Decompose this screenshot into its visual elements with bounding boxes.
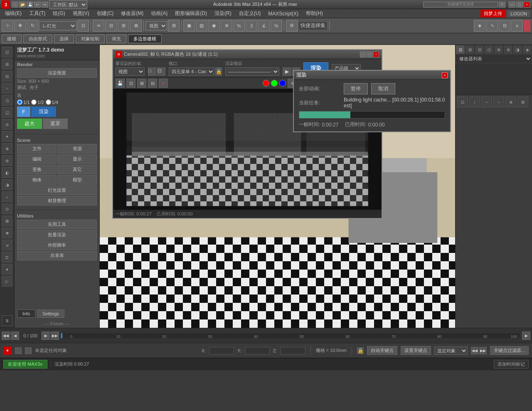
rp-icon-4[interactable]: →: [493, 97, 504, 107]
menu-group[interactable]: 组(G): [49, 9, 68, 18]
preset-load-btn[interactable]: ▶: [283, 67, 291, 76]
menu-graph-editor[interactable]: 图形编辑器(D): [172, 9, 210, 18]
forum-link[interactable]: --- Forum ---: [15, 319, 99, 328]
transport-next[interactable]: ▶: [42, 332, 50, 340]
tb-undo[interactable]: ↩: [34, 2, 41, 7]
edit-btn[interactable]: 编辑: [17, 154, 57, 164]
left-tool-14[interactable]: ⊙: [2, 203, 12, 214]
left-tool-18[interactable]: ⊏: [2, 252, 12, 262]
rp-icon-2[interactable]: ↕: [469, 97, 480, 107]
select-btn[interactable]: ⊹: [2, 20, 13, 32]
play-btn[interactable]: ▶: [522, 332, 530, 340]
radio-1-4[interactable]: 1/4: [46, 99, 58, 105]
rt2-pin[interactable]: ⊞: [137, 79, 146, 88]
share-library-btn[interactable]: 共享库: [17, 251, 97, 260]
rt2-delete[interactable]: ×: [159, 79, 168, 88]
left-tool-7[interactable]: ⊘: [2, 119, 12, 130]
y-input[interactable]: [245, 347, 270, 354]
left-tool-16[interactable]: ❖: [2, 228, 12, 238]
left-tool-11[interactable]: ◐: [2, 167, 12, 178]
left-tool-3[interactable]: ⊟: [2, 71, 12, 82]
rp-icon-1[interactable]: ⊡: [457, 97, 468, 107]
tb-save[interactable]: 💾: [27, 2, 33, 7]
rp-icon-6[interactable]: ⊞: [517, 97, 528, 107]
render-frame-close[interactable]: ×: [373, 52, 379, 57]
transform-btn[interactable]: 变换: [17, 165, 57, 174]
menu-maxscript[interactable]: MAXScript(X): [265, 10, 302, 17]
view-selector[interactable]: 视图: [145, 21, 167, 30]
tab-poly-modeling[interactable]: 多边形建模: [128, 35, 162, 43]
material-organize-btn[interactable]: 材质整理: [17, 196, 97, 206]
tb-open[interactable]: 📂: [19, 2, 26, 7]
layer-btn[interactable]: ⊟: [499, 20, 510, 32]
x-input[interactable]: [209, 347, 234, 354]
left-tool-6[interactable]: ◱: [2, 107, 12, 118]
select-object-dropdown[interactable]: 选定对象: [434, 347, 468, 355]
left-tool-5[interactable]: ◷: [2, 95, 12, 106]
left-tool-4[interactable]: ○: [2, 83, 12, 94]
menu-animation[interactable]: 动画(A): [148, 9, 171, 18]
info-tab-btn[interactable]: Info: [17, 309, 35, 318]
help-btn[interactable]: ?: [499, 2, 505, 7]
set-key-btn[interactable]: 设置关键点: [401, 346, 431, 355]
rp-tab-2[interactable]: ⊞: [465, 45, 475, 54]
transport-prev[interactable]: ◀: [11, 332, 19, 340]
selection-set[interactable]: ⊡: [77, 20, 89, 32]
tab-freeform[interactable]: 自由形式: [23, 35, 52, 43]
left-tool-8[interactable]: ✦: [2, 131, 12, 142]
rt2-clear[interactable]: ⊟: [148, 79, 157, 88]
material-btn[interactable]: ◈: [474, 20, 485, 32]
status-icon1[interactable]: [15, 347, 22, 354]
transport-prev-frame[interactable]: ◀◀: [2, 332, 10, 340]
tab-paint[interactable]: 对象绘制: [76, 35, 105, 43]
radio-1-2[interactable]: 1/2: [31, 99, 44, 105]
curve-btn[interactable]: ∿: [486, 20, 498, 32]
workspace-selector[interactable]: 工作区: 默认: [49, 0, 87, 9]
rp-icon-5[interactable]: ⊕: [505, 97, 516, 107]
light-settings-btn[interactable]: 灯光设置: [17, 186, 97, 195]
render-frame-minimize[interactable]: —: [360, 52, 366, 57]
menu-render[interactable]: 渲染(R): [211, 9, 235, 18]
f-btn[interactable]: F: [17, 106, 30, 117]
ribbon-btn[interactable]: ≡: [511, 20, 523, 32]
tab-select[interactable]: 选择: [54, 35, 74, 43]
menu-edit[interactable]: 编辑(E): [2, 9, 25, 18]
move-btn[interactable]: ✤: [14, 20, 26, 32]
render-progress-close[interactable]: ×: [442, 72, 448, 78]
rp-tab-6[interactable]: ⊛: [503, 45, 513, 54]
modifier-list-select[interactable]: 修改器列表: [456, 54, 532, 63]
light-type-selector[interactable]: L-灯光: [39, 21, 76, 30]
boost-btn[interactable]: 拙梦上传: [480, 10, 505, 17]
area-select[interactable]: 视图: [116, 67, 145, 76]
pause-btn[interactable]: 暂停: [344, 83, 368, 94]
left-tool-9[interactable]: ⊕: [2, 143, 12, 154]
percent2-btn[interactable]: %: [271, 20, 282, 32]
key-prev-btn[interactable]: ◀◀: [471, 347, 478, 354]
cancel-btn[interactable]: 取消: [371, 83, 395, 94]
left-tool-12[interactable]: ◑: [2, 179, 12, 190]
auto-key-btn[interactable]: 自动关键点: [367, 346, 397, 355]
practical-tools-btn[interactable]: 实用工具: [17, 220, 97, 229]
rotate-btn[interactable]: ↻: [27, 20, 38, 32]
tb-redo[interactable]: ↪: [42, 2, 48, 7]
show-btn[interactable]: 显示: [57, 154, 97, 164]
tab-fill[interactable]: 填充: [106, 35, 126, 43]
other-btn[interactable]: 其它: [57, 165, 97, 174]
welcome-btn[interactable]: 欢迎使用 MAXSc: [3, 360, 47, 369]
menu-tools[interactable]: 工具(T): [26, 9, 49, 18]
rp-tab-5[interactable]: ⊕: [494, 45, 503, 54]
lock-icon2[interactable]: 🔒: [357, 347, 364, 354]
rt2-save[interactable]: 💾: [116, 79, 125, 88]
batch-render-btn[interactable]: 批量渲染: [17, 230, 97, 240]
array-btn[interactable]: ⊞: [118, 20, 129, 32]
add-time-marker-btn[interactable]: 添加时间标记: [494, 360, 529, 369]
render-env-btn[interactable]: ◉: [208, 20, 220, 32]
rp-tab-1[interactable]: ⊡: [456, 45, 465, 54]
viewport-select[interactable]: 四元菜单 4 - Can: [169, 67, 214, 76]
bottom-icon[interactable]: ≡: [2, 315, 12, 326]
transport-next-frame[interactable]: ▶▶: [51, 332, 59, 340]
model-btn[interactable]: 模型: [57, 175, 97, 185]
z-input[interactable]: [281, 347, 305, 354]
area-btn1[interactable]: □: [148, 67, 156, 76]
menu-view[interactable]: 视图(V): [69, 9, 93, 18]
